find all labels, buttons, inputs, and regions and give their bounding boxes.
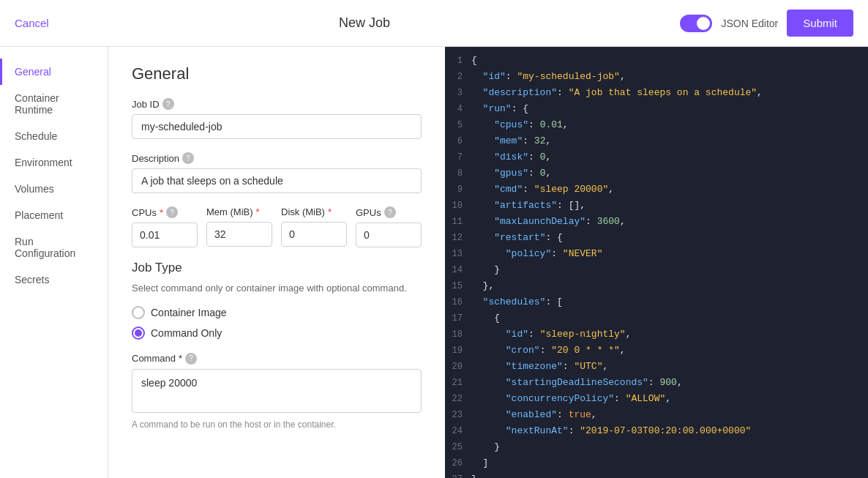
json-line: 27} [445,471,868,478]
json-line: 3 "description": "A job that sleeps on a… [445,85,868,101]
json-editor-panel: 1{ 2 "id": "my-scheduled-job", 3 "descri… [445,47,868,478]
gpus-input[interactable] [356,223,422,247]
json-editor-toggle[interactable] [680,15,712,32]
json-line: 13 "policy": "NEVER" [445,246,868,262]
cancel-button[interactable]: Cancel [15,17,49,29]
header: Cancel New Job JSON Editor Submit [0,0,868,47]
page-title: New Job [339,15,390,31]
json-line: 21 "startingDeadlineSeconds": 900, [445,375,868,391]
disk-label: Disk (MiB) * [281,206,347,217]
radio-circle-container [132,306,145,319]
command-help-icon[interactable]: ? [185,353,197,365]
sidebar-item-volumes[interactable]: Volumes [0,176,108,202]
command-input[interactable]: sleep 20000 [132,369,422,413]
description-input[interactable] [132,168,422,193]
sidebar-item-environment[interactable]: Environment [0,149,108,176]
json-line: 1{ [445,53,868,69]
json-line: 14 } [445,262,868,278]
description-help-icon[interactable]: ? [182,152,194,164]
job-id-label: Job ID ? [132,98,422,110]
job-id-help-icon[interactable]: ? [162,98,174,110]
header-actions: JSON Editor Submit [680,10,853,37]
radio-label-container: Container Image [151,307,227,318]
radio-label-command: Command Only [151,327,222,339]
json-lines: 1{ 2 "id": "my-scheduled-job", 3 "descri… [445,47,868,478]
cpus-group: CPUs * ? [132,206,198,247]
cpus-label: CPUs * ? [132,206,198,218]
radio-command-only[interactable]: Command Only [132,326,422,340]
json-line: 7 "disk": 0, [445,149,868,165]
json-line: 6 "mem": 32, [445,133,868,149]
json-line: 10 "artifacts": [], [445,198,868,214]
job-id-input[interactable] [132,114,422,139]
json-line: 26 ] [445,455,868,471]
json-line: 20 "timezone": "UTC", [445,359,868,375]
json-line: 18 "id": "sleep-nightly", [445,326,868,343]
sidebar-item-run-configuration[interactable]: Run Configuration [0,228,108,266]
json-line: 22 "concurrencyPolicy": "ALLOW", [445,391,868,407]
radio-container-image[interactable]: Container Image [132,306,422,319]
description-group: Description ? [132,152,422,193]
sidebar-item-general[interactable]: General [0,59,108,85]
sidebar-item-secrets[interactable]: Secrets [0,266,108,293]
job-type-description: Select command only or container image w… [132,281,422,296]
json-line: 4 "run": { [445,101,868,117]
json-line: 9 "cmd": "sleep 20000", [445,182,868,198]
form-section-title: General [132,64,422,83]
job-id-group: Job ID ? [132,98,422,139]
json-line: 16 "schedules": [ [445,294,868,310]
json-line: 19 "cron": "20 0 * * *", [445,343,868,359]
command-group: Command * ? sleep 20000 A command to be … [132,353,422,430]
json-editor-label: JSON Editor [721,18,778,29]
json-line: 8 "gpus": 0, [445,165,868,182]
form-area: General Job ID ? Description ? CPUs * [108,47,445,478]
gpus-group: GPUs ? [356,206,422,247]
gpus-label: GPUs ? [356,206,422,218]
json-line: 23 "enabled": true, [445,407,868,423]
main-layout: General Container Runtime Schedule Envir… [0,47,868,478]
json-line: 25 } [445,439,868,455]
command-label: Command * ? [132,353,422,365]
radio-circle-command [132,326,145,340]
gpus-help-icon[interactable]: ? [384,206,396,218]
command-hint: A command to be run on the host or in th… [132,419,422,430]
cpus-input[interactable] [132,223,198,247]
radio-dot-command [135,329,142,337]
mem-group: Mem (MiB) * [206,206,272,247]
sidebar-item-placement[interactable]: Placement [0,202,108,228]
submit-button[interactable]: Submit [787,10,853,37]
disk-input[interactable] [281,222,347,247]
mem-input[interactable] [206,222,272,247]
json-line: 2 "id": "my-scheduled-job", [445,69,868,85]
cpus-help-icon[interactable]: ? [166,206,178,218]
mem-label: Mem (MiB) * [206,206,272,217]
description-label: Description ? [132,152,422,164]
job-type-title: Job Type [132,261,422,275]
resource-fields: CPUs * ? Mem (MiB) * Disk (MiB) * [132,206,422,247]
sidebar: General Container Runtime Schedule Envir… [0,47,108,478]
disk-group: Disk (MiB) * [281,206,347,247]
json-line: 15 }, [445,278,868,294]
sidebar-item-schedule[interactable]: Schedule [0,123,108,149]
json-line: 5 "cpus": 0.01, [445,117,868,133]
sidebar-item-container-runtime[interactable]: Container Runtime [0,85,108,123]
json-line: 24 "nextRunAt": "2019-07-03T00:20:00.000… [445,423,868,439]
job-type-radio-group: Container Image Command Only [132,306,422,340]
json-line: 11 "maxLaunchDelay": 3600, [445,214,868,230]
json-line: 17 { [445,310,868,326]
json-line: 12 "restart": { [445,230,868,246]
